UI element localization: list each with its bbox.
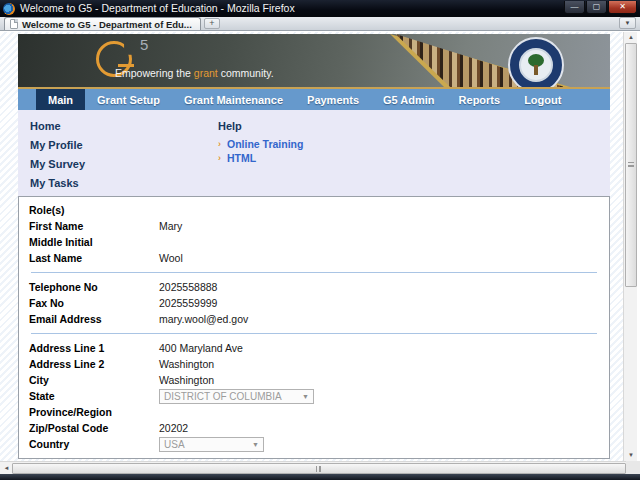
firefox-icon: [3, 3, 15, 15]
form-row-email: Email Address mary.wool@ed.gov: [29, 311, 599, 327]
form-row-province: Province/Region: [29, 404, 599, 420]
field-label: Address Line 1: [29, 342, 159, 354]
window-controls: — ▢ ✕: [564, 1, 637, 14]
form-row-country: Country USA ▼: [29, 436, 599, 452]
form-row-middle-initial: Middle Initial: [29, 234, 599, 250]
scroll-down-icon[interactable]: ▼: [625, 450, 637, 461]
profile-form: Role(s) First Name Mary Middle Initial L…: [18, 196, 610, 459]
tab-bar: Welcome to G5 - Department of Edu... + ▼: [0, 17, 640, 31]
submenu-my-profile[interactable]: My Profile: [30, 139, 218, 151]
form-row-zip: Zip/Postal Code 20202: [29, 420, 599, 436]
form-row-telephone: Telephone No 2025558888: [29, 279, 599, 295]
submenu-help-section: Help › Online Training › HTML: [218, 120, 303, 196]
tagline-accent: grant: [194, 67, 218, 79]
nav-main[interactable]: Main: [36, 89, 85, 110]
field-label: Zip/Postal Code: [29, 422, 159, 434]
field-value: 400 Maryland Ave: [159, 342, 243, 354]
page-icon: [10, 19, 18, 29]
submenu-panel: Home My Profile My Survey My Tasks Help …: [18, 110, 610, 196]
banner-tagline: Empowering the grant community.: [115, 67, 274, 79]
submenu-my-survey[interactable]: My Survey: [30, 158, 218, 170]
field-label: Country: [29, 438, 159, 450]
title-bar: Welcome to G5 - Department of Education …: [0, 0, 640, 17]
nav-reports[interactable]: Reports: [447, 89, 513, 110]
chevron-down-icon: ▼: [302, 393, 309, 400]
submenu-home[interactable]: Home: [30, 120, 218, 132]
help-link-label: HTML: [227, 152, 256, 164]
help-heading: Help: [218, 120, 303, 132]
active-tab[interactable]: Welcome to G5 - Department of Edu...: [4, 17, 201, 30]
help-online-training-link[interactable]: › Online Training: [218, 138, 303, 150]
field-value: Wool: [159, 252, 183, 264]
window-bottom-edge: [0, 474, 640, 480]
horizontal-scroll-thumb[interactable]: [12, 463, 626, 474]
main-nav: Main Grant Setup Grant Maintenance Payme…: [18, 89, 610, 110]
form-row-roles: Role(s): [29, 202, 599, 218]
form-row-city: City Washington: [29, 372, 599, 388]
tagline-pre: Empowering the: [115, 67, 194, 79]
nav-grant-maintenance[interactable]: Grant Maintenance: [172, 89, 295, 110]
scroll-grip: [316, 466, 321, 472]
minimize-button[interactable]: —: [564, 1, 585, 14]
field-label: Address Line 2: [29, 358, 159, 370]
horizontal-scrollbar[interactable]: ◄ ►: [0, 461, 640, 474]
form-row-last-name: Last Name Wool: [29, 250, 599, 266]
field-value: Mary: [159, 220, 182, 232]
submenu-left-links: Home My Profile My Survey My Tasks: [30, 120, 218, 196]
field-value: Washington: [159, 358, 214, 370]
nav-payments[interactable]: Payments: [295, 89, 371, 110]
form-row-state: State DISTRICT OF COLUMBIA ▼: [29, 388, 599, 404]
field-value: 2025559999: [159, 297, 217, 309]
field-label: Fax No: [29, 297, 159, 309]
window-title: Welcome to G5 - Department of Education …: [20, 0, 295, 17]
field-label: Email Address: [29, 313, 159, 325]
section-divider: [31, 272, 597, 273]
section-divider: [31, 458, 597, 459]
country-select[interactable]: USA ▼: [159, 437, 264, 452]
form-row-address1: Address Line 1 400 Maryland Ave: [29, 340, 599, 356]
chevron-down-icon: ▼: [252, 441, 259, 448]
section-divider: [31, 333, 597, 334]
nav-grant-setup[interactable]: Grant Setup: [85, 89, 172, 110]
field-value: 20202: [159, 422, 188, 434]
help-html-link[interactable]: › HTML: [218, 152, 303, 164]
seal-trunk-icon: [534, 65, 538, 75]
form-row-address2: Address Line 2 Washington: [29, 356, 599, 372]
field-value: mary.wool@ed.gov: [159, 313, 248, 325]
chevron-right-icon: ›: [218, 139, 221, 149]
close-button[interactable]: ✕: [608, 1, 637, 14]
department-of-education-seal: [508, 37, 564, 87]
scroll-left-icon[interactable]: ◄: [1, 463, 12, 474]
field-value: 2025558888: [159, 281, 217, 293]
maximize-button[interactable]: ▢: [586, 1, 607, 14]
field-label: Role(s): [29, 204, 159, 216]
page-viewport: 5 Empowering the grant community. Main G…: [0, 32, 624, 461]
chevron-right-icon: ›: [218, 153, 221, 163]
field-label: State: [29, 390, 159, 402]
scrollbar-corner: [626, 461, 640, 474]
field-label: Last Name: [29, 252, 159, 264]
vertical-scroll-thumb[interactable]: [625, 43, 637, 287]
scroll-up-icon[interactable]: ▲: [625, 32, 637, 43]
tab-title: Welcome to G5 - Department of Edu...: [22, 19, 192, 30]
field-value: USA ▼: [159, 437, 264, 452]
field-label: First Name: [29, 220, 159, 232]
form-row-first-name: First Name Mary: [29, 218, 599, 234]
state-select[interactable]: DISTRICT OF COLUMBIA ▼: [159, 389, 314, 404]
submenu-my-tasks[interactable]: My Tasks: [30, 177, 218, 189]
seal-inner: [519, 48, 553, 82]
field-value: Washington: [159, 374, 214, 386]
field-value: DISTRICT OF COLUMBIA ▼: [159, 389, 314, 404]
form-row-fax: Fax No 2025559999: [29, 295, 599, 311]
country-select-value: USA: [164, 439, 185, 450]
state-select-value: DISTRICT OF COLUMBIA: [164, 391, 282, 402]
nav-g5-admin[interactable]: G5 Admin: [371, 89, 447, 110]
tagline-post: community.: [218, 67, 274, 79]
g5-logo-five: 5: [140, 36, 148, 53]
list-tabs-button[interactable]: ▼: [619, 17, 636, 29]
new-tab-button[interactable]: +: [204, 18, 220, 29]
vertical-scrollbar[interactable]: ▲ ▼: [623, 32, 637, 461]
browser-window: Welcome to G5 - Department of Education …: [0, 0, 640, 480]
nav-logout[interactable]: Logout: [512, 89, 573, 110]
page-body: 5 Empowering the grant community. Main G…: [18, 34, 610, 459]
